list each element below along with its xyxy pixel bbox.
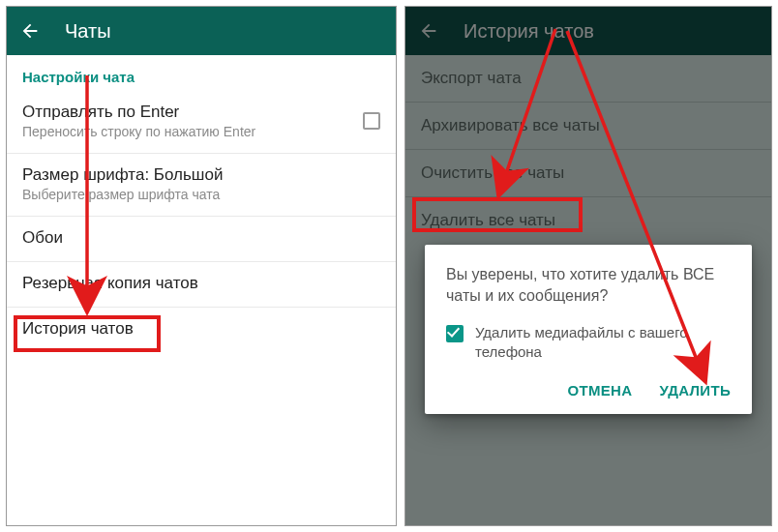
row-wallpaper-title: Обои [22,228,380,248]
right-header-title: История чатов [464,20,594,43]
row-backup[interactable]: Резервная копия чатов [7,262,396,308]
row-clear-all-title: Очистить все чаты [421,163,564,182]
row-delete-all-title: Удалить все чаты [421,211,555,229]
checkbox-send-enter[interactable] [363,112,380,130]
row-delete-all[interactable]: Удалить все чаты [405,197,771,244]
dialog-actions: ОТМЕНА УДАЛИТЬ [446,382,731,404]
row-chat-history[interactable]: История чатов [7,308,396,352]
dialog-message: Вы уверены, что хотите удалить ВСЕ чаты … [446,264,731,306]
dialog-cancel-button[interactable]: ОТМЕНА [568,382,633,399]
row-send-enter-title: Отправлять по Enter [22,103,255,122]
back-arrow-icon[interactable] [18,19,42,43]
row-export-chat-title: Экспорт чата [421,69,522,87]
row-wallpaper[interactable]: Обои [7,217,396,262]
dialog-option-label: Удалить медиафайлы с вашего телефона [475,323,731,361]
row-font-size-title: Размер шрифта: Большой [22,165,380,185]
row-archive-all[interactable]: Архивировать все чаты [405,103,771,150]
left-header: Чаты [7,7,396,55]
row-archive-all-title: Архивировать все чаты [421,116,600,134]
row-clear-all[interactable]: Очистить все чаты [405,150,771,197]
dialog-confirm-button[interactable]: УДАЛИТЬ [659,382,731,399]
checkbox-checked-icon[interactable] [446,325,464,342]
delete-confirm-dialog: Вы уверены, что хотите удалить ВСЕ чаты … [425,245,752,414]
right-screen: История чатов Экспорт чата Архивировать … [404,6,772,526]
left-screen: Чаты Настройки чата Отправлять по Enter … [6,6,397,526]
row-backup-title: Резервная копия чатов [22,274,380,293]
row-send-enter-subtitle: Переносить строку по нажатию Enter [22,124,255,139]
row-font-size-subtitle: Выберите размер шрифта чата [22,187,380,202]
left-header-title: Чаты [65,20,111,43]
row-chat-history-title: История чатов [22,319,380,339]
right-header: История чатов [405,7,771,55]
section-label-settings: Настройки чата [7,55,396,91]
row-export-chat[interactable]: Экспорт чата [405,55,771,103]
dialog-option-delete-media[interactable]: Удалить медиафайлы с вашего телефона [446,323,731,361]
back-arrow-icon[interactable] [417,19,440,43]
row-font-size[interactable]: Размер шрифта: Большой Выберите размер ш… [7,154,396,217]
row-send-enter[interactable]: Отправлять по Enter Переносить строку по… [7,91,396,154]
